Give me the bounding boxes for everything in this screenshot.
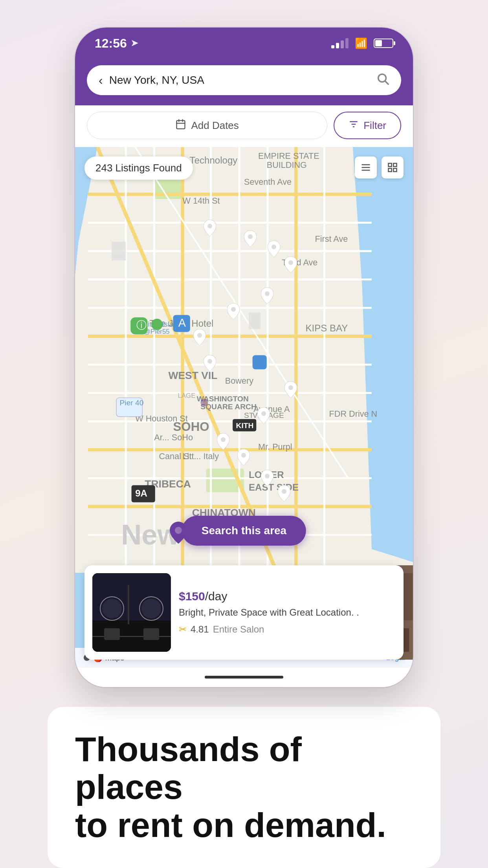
svg-text:Pier 40: Pier 40 bbox=[120, 399, 144, 407]
svg-rect-89 bbox=[389, 164, 392, 167]
svg-rect-83 bbox=[253, 355, 267, 369]
listings-badge: 243 Listings Found bbox=[84, 156, 193, 180]
person-icon: ✂ bbox=[179, 624, 187, 635]
svg-text:First Ave: First Ave bbox=[315, 234, 348, 244]
filter-label: Filter bbox=[363, 120, 386, 132]
grid-view-button[interactable] bbox=[382, 156, 404, 178]
listing-rating: 4.81 bbox=[191, 624, 209, 635]
svg-rect-92 bbox=[393, 168, 396, 171]
signal-bar-2 bbox=[336, 43, 339, 48]
svg-point-105 bbox=[265, 474, 270, 478]
svg-point-99 bbox=[197, 333, 202, 338]
svg-rect-114 bbox=[128, 585, 129, 624]
map-pin-10[interactable] bbox=[257, 407, 270, 425]
svg-point-97 bbox=[265, 291, 270, 296]
svg-point-84 bbox=[151, 319, 163, 330]
map-pin-8[interactable] bbox=[204, 355, 216, 373]
map-pin-1[interactable] bbox=[204, 220, 216, 238]
svg-point-107 bbox=[175, 527, 182, 534]
svg-rect-91 bbox=[389, 168, 392, 171]
back-button[interactable]: ‹ bbox=[99, 73, 103, 88]
map-pin-2[interactable] bbox=[244, 230, 257, 248]
search-this-area-button[interactable]: Search this area bbox=[182, 516, 306, 546]
status-time: 12:56 ➤ bbox=[95, 36, 138, 51]
svg-text:W Houston St: W Houston St bbox=[135, 414, 188, 423]
svg-text:9A: 9A bbox=[135, 488, 147, 498]
add-dates-button[interactable]: Add Dates bbox=[87, 112, 327, 139]
filter-row: Add Dates Filter bbox=[75, 105, 413, 147]
svg-point-111 bbox=[102, 599, 122, 618]
svg-text:KIPS BAY: KIPS BAY bbox=[305, 323, 348, 333]
svg-text:FDR Drive N: FDR Drive N bbox=[329, 409, 378, 419]
map-pin-7[interactable] bbox=[193, 329, 206, 347]
svg-text:A: A bbox=[178, 316, 186, 329]
filter-button[interactable]: Filter bbox=[334, 112, 401, 139]
battery-icon bbox=[374, 39, 393, 48]
wifi-icon: 📶 bbox=[355, 37, 367, 50]
svg-point-100 bbox=[207, 359, 212, 364]
bottom-section: Thousands of places to rent on demand. bbox=[48, 707, 440, 868]
listing-card[interactable]: $150/day Bright, Private Space with Grea… bbox=[84, 565, 404, 660]
svg-text:EAST SIDE: EAST SIDE bbox=[249, 482, 299, 493]
search-bar[interactable]: ‹ New York, NY, USA bbox=[87, 65, 401, 95]
svg-point-93 bbox=[207, 224, 212, 228]
svg-point-98 bbox=[231, 307, 236, 312]
svg-text:KITH: KITH bbox=[236, 421, 254, 430]
filter-icon bbox=[349, 119, 359, 132]
location-arrow-icon: ➤ bbox=[131, 38, 138, 48]
svg-rect-77 bbox=[112, 242, 126, 261]
signal-bar-1 bbox=[331, 45, 334, 48]
price-amount: $150 bbox=[179, 590, 205, 603]
svg-text:W 14th St: W 14th St bbox=[183, 196, 220, 206]
svg-point-101 bbox=[288, 385, 293, 390]
map-pin-6[interactable] bbox=[227, 303, 240, 321]
svg-text:Bowery: Bowery bbox=[225, 376, 253, 386]
map-pin-13[interactable] bbox=[261, 470, 273, 488]
svg-point-104 bbox=[241, 453, 246, 458]
svg-rect-2 bbox=[177, 120, 185, 129]
map-pin-4[interactable] bbox=[284, 256, 297, 274]
svg-text:LAGE: LAGE bbox=[178, 392, 196, 399]
signal-bar-4 bbox=[345, 38, 349, 48]
map-container[interactable]: WEST VIL LAGE SOHO TRIBECA CHINATOWN LOW… bbox=[75, 147, 413, 668]
add-dates-label: Add Dates bbox=[191, 120, 238, 132]
svg-point-103 bbox=[221, 437, 226, 442]
headline-line2: to rent on demand. bbox=[75, 805, 386, 844]
phone-frame: 12:56 ➤ 📶 ‹ New York, NY, USA bbox=[75, 28, 413, 687]
svg-point-95 bbox=[272, 245, 276, 249]
list-view-button[interactable] bbox=[355, 156, 377, 178]
svg-text:EMPIRE STATE: EMPIRE STATE bbox=[258, 151, 319, 161]
map-pin-3[interactable] bbox=[268, 241, 280, 259]
listing-image bbox=[92, 573, 171, 652]
map-pin-11[interactable] bbox=[217, 433, 229, 451]
home-bar bbox=[205, 676, 283, 679]
map-pin-9[interactable] bbox=[284, 381, 297, 399]
time-display: 12:56 bbox=[95, 36, 127, 51]
listing-meta: ✂ 4.81 Entire Salon bbox=[179, 624, 396, 635]
battery-fill bbox=[375, 40, 382, 46]
map-pin-14[interactable] bbox=[278, 485, 290, 503]
home-indicator bbox=[75, 668, 413, 687]
svg-point-102 bbox=[261, 411, 266, 416]
search-area: ‹ New York, NY, USA bbox=[75, 59, 413, 105]
calendar-icon bbox=[175, 119, 186, 132]
map-pin-12[interactable] bbox=[237, 449, 250, 467]
map-pin-5[interactable] bbox=[261, 287, 273, 305]
svg-point-94 bbox=[248, 234, 253, 239]
view-toggle bbox=[355, 156, 404, 178]
svg-rect-90 bbox=[393, 164, 396, 167]
signal-bar-3 bbox=[341, 40, 344, 48]
status-icons: 📶 bbox=[331, 37, 393, 50]
headline-line1: Thousands of places bbox=[75, 730, 302, 807]
headline: Thousands of places to rent on demand. bbox=[75, 730, 413, 844]
status-bar: 12:56 ➤ 📶 bbox=[75, 28, 413, 59]
search-area-label: Search this area bbox=[202, 524, 286, 537]
svg-point-96 bbox=[288, 260, 293, 265]
listing-name: Bright, Private Space with Great Locatio… bbox=[179, 606, 396, 618]
location-text: New York, NY, USA bbox=[109, 74, 370, 86]
svg-point-113 bbox=[141, 599, 161, 618]
svg-text:SQUARE ARCH: SQUARE ARCH bbox=[200, 403, 257, 411]
search-icon-button[interactable] bbox=[376, 72, 389, 88]
svg-rect-117 bbox=[143, 628, 159, 640]
listings-count: 243 Listings Found bbox=[95, 162, 182, 174]
